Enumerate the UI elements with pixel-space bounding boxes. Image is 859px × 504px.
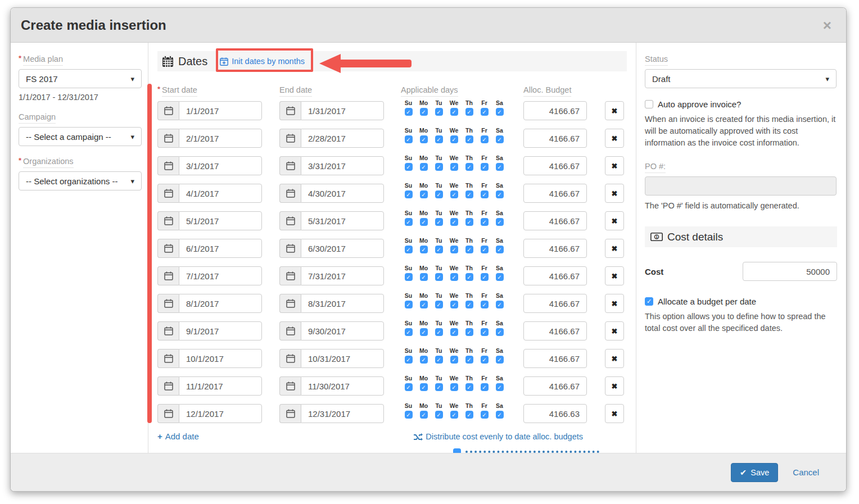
day-checkbox[interactable]: ✓ — [405, 218, 413, 226]
start-date-input[interactable] — [179, 101, 262, 120]
day-checkbox[interactable]: ✓ — [405, 190, 413, 198]
end-date-input[interactable] — [301, 404, 384, 423]
day-checkbox[interactable]: ✓ — [481, 273, 489, 281]
start-date-input[interactable] — [179, 376, 262, 396]
day-checkbox[interactable]: ✓ — [481, 301, 489, 308]
day-checkbox[interactable]: ✓ — [420, 383, 428, 391]
delete-row-button[interactable]: ✖ — [605, 376, 624, 396]
end-date-input[interactable] — [301, 156, 384, 175]
day-checkbox[interactable]: ✓ — [450, 383, 458, 391]
end-date-input[interactable] — [301, 101, 384, 120]
auto-approve-checkbox[interactable] — [645, 100, 653, 108]
day-checkbox[interactable]: ✓ — [420, 108, 428, 116]
delete-row-button[interactable]: ✖ — [605, 321, 624, 340]
campaign-select[interactable]: -- Select a campaign -- ▾ — [19, 127, 142, 146]
status-select[interactable]: Draft ▾ — [645, 69, 837, 88]
day-checkbox[interactable]: ✓ — [465, 218, 473, 226]
day-checkbox[interactable]: ✓ — [481, 135, 489, 143]
day-checkbox[interactable]: ✓ — [465, 135, 473, 143]
cancel-button[interactable]: Cancel — [793, 467, 819, 477]
day-checkbox[interactable]: ✓ — [450, 218, 458, 226]
alloc-budget-input[interactable] — [523, 156, 587, 175]
delete-row-button[interactable]: ✖ — [605, 239, 624, 258]
end-date-input[interactable] — [301, 129, 384, 148]
day-checkbox[interactable]: ✓ — [450, 190, 458, 198]
day-checkbox[interactable]: ✓ — [435, 328, 443, 336]
day-checkbox[interactable]: ✓ — [496, 135, 504, 143]
day-checkbox[interactable]: ✓ — [496, 163, 504, 171]
day-checkbox[interactable]: ✓ — [405, 135, 413, 143]
alloc-budget-input[interactable] — [523, 184, 587, 203]
day-checkbox[interactable]: ✓ — [465, 301, 473, 308]
cost-input[interactable] — [743, 262, 837, 281]
start-date-input[interactable] — [179, 156, 262, 175]
clipped-checkbox[interactable] — [453, 448, 461, 453]
alloc-budget-input[interactable] — [523, 239, 587, 258]
start-date-input[interactable] — [179, 404, 262, 423]
delete-row-button[interactable]: ✖ — [605, 266, 624, 285]
day-checkbox[interactable]: ✓ — [435, 135, 443, 143]
day-checkbox[interactable]: ✓ — [405, 163, 413, 171]
day-checkbox[interactable]: ✓ — [496, 356, 504, 364]
day-checkbox[interactable]: ✓ — [435, 356, 443, 364]
day-checkbox[interactable]: ✓ — [450, 328, 458, 336]
day-checkbox[interactable]: ✓ — [465, 411, 473, 419]
day-checkbox[interactable]: ✓ — [420, 135, 428, 143]
day-checkbox[interactable]: ✓ — [420, 301, 428, 308]
day-checkbox[interactable]: ✓ — [435, 301, 443, 308]
end-date-input[interactable] — [301, 184, 384, 203]
day-checkbox[interactable]: ✓ — [420, 218, 428, 226]
alloc-budget-input[interactable] — [523, 294, 587, 313]
end-date-input[interactable] — [301, 239, 384, 258]
end-date-input[interactable] — [301, 349, 384, 368]
day-checkbox[interactable]: ✓ — [450, 273, 458, 281]
start-date-input[interactable] — [179, 211, 262, 230]
day-checkbox[interactable]: ✓ — [435, 246, 443, 253]
start-date-input[interactable] — [179, 294, 262, 313]
end-date-input[interactable] — [301, 294, 384, 313]
day-checkbox[interactable]: ✓ — [450, 108, 458, 116]
day-checkbox[interactable]: ✓ — [405, 328, 413, 336]
start-date-input[interactable] — [179, 321, 262, 340]
start-date-input[interactable] — [179, 239, 262, 258]
day-checkbox[interactable]: ✓ — [496, 108, 504, 116]
day-checkbox[interactable]: ✓ — [405, 301, 413, 308]
delete-row-button[interactable]: ✖ — [605, 404, 624, 423]
day-checkbox[interactable]: ✓ — [435, 163, 443, 171]
day-checkbox[interactable]: ✓ — [481, 218, 489, 226]
close-icon[interactable]: × — [823, 20, 836, 31]
day-checkbox[interactable]: ✓ — [405, 411, 413, 419]
clipped-option-row[interactable] — [453, 448, 599, 453]
day-checkbox[interactable]: ✓ — [496, 411, 504, 419]
delete-row-button[interactable]: ✖ — [605, 101, 624, 120]
day-checkbox[interactable]: ✓ — [496, 383, 504, 391]
delete-row-button[interactable]: ✖ — [605, 349, 624, 368]
day-checkbox[interactable]: ✓ — [481, 328, 489, 336]
day-checkbox[interactable]: ✓ — [465, 246, 473, 253]
start-date-input[interactable] — [179, 184, 262, 203]
day-checkbox[interactable]: ✓ — [435, 108, 443, 116]
day-checkbox[interactable]: ✓ — [481, 163, 489, 171]
day-checkbox[interactable]: ✓ — [481, 190, 489, 198]
day-checkbox[interactable]: ✓ — [405, 108, 413, 116]
day-checkbox[interactable]: ✓ — [405, 273, 413, 281]
day-checkbox[interactable]: ✓ — [435, 190, 443, 198]
alloc-budget-input[interactable] — [523, 266, 587, 285]
day-checkbox[interactable]: ✓ — [435, 411, 443, 419]
day-checkbox[interactable]: ✓ — [496, 246, 504, 253]
day-checkbox[interactable]: ✓ — [496, 328, 504, 336]
day-checkbox[interactable]: ✓ — [465, 273, 473, 281]
day-checkbox[interactable]: ✓ — [465, 108, 473, 116]
day-checkbox[interactable]: ✓ — [450, 301, 458, 308]
day-checkbox[interactable]: ✓ — [420, 411, 428, 419]
day-checkbox[interactable]: ✓ — [420, 246, 428, 253]
day-checkbox[interactable]: ✓ — [481, 356, 489, 364]
day-checkbox[interactable]: ✓ — [450, 246, 458, 253]
alloc-budget-input[interactable] — [523, 349, 587, 368]
end-date-input[interactable] — [301, 266, 384, 285]
day-checkbox[interactable]: ✓ — [450, 163, 458, 171]
day-checkbox[interactable]: ✓ — [465, 328, 473, 336]
day-checkbox[interactable]: ✓ — [405, 246, 413, 253]
alloc-budget-input[interactable] — [523, 101, 587, 120]
delete-row-button[interactable]: ✖ — [605, 184, 624, 203]
